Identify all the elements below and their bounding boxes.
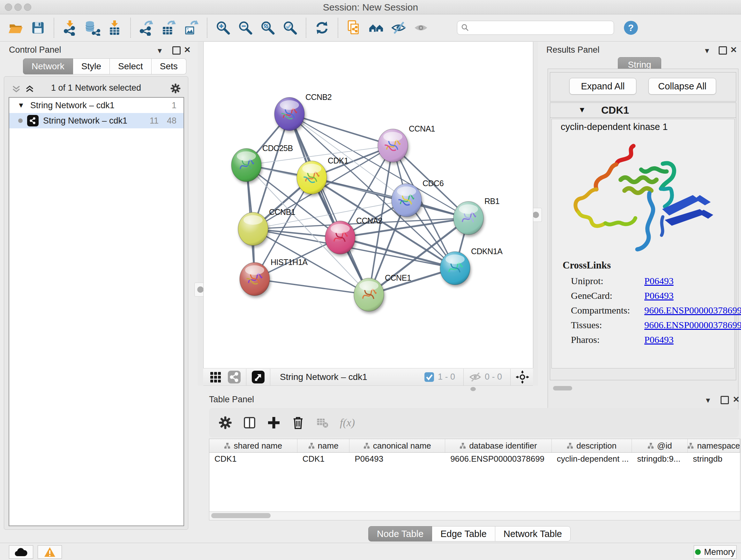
search-field[interactable] xyxy=(457,21,614,35)
open-session-button[interactable] xyxy=(6,17,25,38)
refresh-view-button[interactable] xyxy=(312,17,332,38)
table-cell[interactable]: stringdb:9... xyxy=(632,453,688,465)
delete-table-button[interactable] xyxy=(313,414,332,432)
network-node-CDC25B[interactable] xyxy=(231,148,261,182)
protein-entry-header[interactable]: ▼ CDK1 xyxy=(550,103,736,118)
table-panel-collapse-icon[interactable]: ▾ xyxy=(706,395,710,405)
hidden-eye-icon[interactable] xyxy=(469,372,482,382)
edge-CCNB2-CCNE1[interactable] xyxy=(289,114,369,295)
crosslink-link[interactable]: P06493 xyxy=(644,275,674,287)
table-panel-float-icon[interactable] xyxy=(721,396,729,404)
results-hscrollbar-thumb[interactable] xyxy=(553,386,572,390)
add-column-button[interactable] xyxy=(265,414,283,432)
crosslink-link[interactable]: P06493 xyxy=(644,290,674,301)
fit-content-button[interactable] xyxy=(258,17,278,38)
tab-network-table[interactable]: Network Table xyxy=(495,526,570,542)
table-cell[interactable]: 9606.ENSP00000378699 xyxy=(445,453,552,465)
search-input[interactable] xyxy=(469,23,610,33)
network-node-CDKN1A[interactable] xyxy=(440,252,470,285)
network-node-CCNA1[interactable] xyxy=(378,129,408,162)
eye-disabled-button[interactable] xyxy=(411,17,431,38)
selected-checkbox-icon[interactable] xyxy=(424,372,434,382)
table-cell[interactable]: CDK1 xyxy=(297,453,350,465)
network-node-CCNA2[interactable] xyxy=(325,221,355,254)
crosslink-link[interactable]: 9606.ENSP00000378699 xyxy=(644,320,741,330)
network-collection-row[interactable]: ▼ String Network – cdk1 1 xyxy=(9,98,184,113)
edge-CCNE1-HIST1H1A[interactable] xyxy=(255,279,369,295)
network-node-HIST1H1A[interactable] xyxy=(240,262,270,296)
network-node-CCNB1[interactable] xyxy=(238,212,268,246)
tab-node-table[interactable]: Node Table xyxy=(368,526,432,542)
crosslink-link[interactable]: 9606.ENSP00000378699 xyxy=(644,305,741,316)
zoom-out-button[interactable] xyxy=(235,17,255,38)
network-share-icon[interactable] xyxy=(227,370,241,384)
column-header-name[interactable]: name xyxy=(297,439,350,452)
export-table-button[interactable] xyxy=(159,17,179,38)
entry-collapse-icon[interactable]: ▼ xyxy=(578,105,586,114)
network-canvas[interactable]: CCNB2CCNA1CDC25BCDK1CDC6RB1CCNB1CCNA2CDK… xyxy=(203,42,533,368)
table-panel-close-icon[interactable]: ✕ xyxy=(733,395,740,405)
import-network-from-database-button[interactable] xyxy=(82,17,102,38)
table-hscrollbar[interactable] xyxy=(209,511,740,520)
memory-button[interactable]: Memory xyxy=(694,545,737,559)
network-node-CDC6[interactable] xyxy=(392,184,421,217)
table-row[interactable]: CDK1CDK1P064939606.ENSP00000378699cyclin… xyxy=(209,453,740,465)
import-table-from-file-button[interactable] xyxy=(105,17,125,38)
edge-CDK1-RB1[interactable] xyxy=(312,178,468,218)
show-columns-button[interactable] xyxy=(240,414,259,432)
birds-eye-view-icon[interactable] xyxy=(252,370,265,384)
gear-icon[interactable] xyxy=(170,83,181,94)
home-button[interactable] xyxy=(366,17,386,38)
network-node-CCNE1[interactable] xyxy=(354,278,384,311)
save-session-button[interactable] xyxy=(28,17,48,38)
column-header-description[interactable]: description xyxy=(552,439,632,452)
control-panel-float-icon[interactable] xyxy=(172,46,181,55)
column-header-namespace[interactable]: namespace xyxy=(688,439,740,452)
crosslink-link[interactable]: P06493 xyxy=(644,334,674,345)
show-hide-panels-button[interactable] xyxy=(389,17,408,38)
network-node-RB1[interactable] xyxy=(454,201,483,235)
function-builder-button[interactable]: f(x) xyxy=(340,417,355,429)
right-splitter[interactable] xyxy=(533,42,538,386)
table-hscrollbar-thumb[interactable] xyxy=(211,513,271,518)
annotations-button[interactable] xyxy=(344,17,364,38)
column-header--id[interactable]: @id xyxy=(632,439,688,452)
column-header-canonical-name[interactable]: canonical name xyxy=(349,439,445,452)
control-panel-collapse-icon[interactable]: ▾ xyxy=(158,46,162,56)
warning-status-button[interactable] xyxy=(38,545,62,559)
table-cell[interactable]: cyclin-dependent ... xyxy=(552,453,632,465)
reset-view-crosshair-icon[interactable] xyxy=(516,370,529,384)
tree-collapse-icon[interactable]: ▼ xyxy=(17,101,24,110)
network-node-CDK1[interactable] xyxy=(297,161,327,194)
tab-style[interactable]: Style xyxy=(73,58,110,74)
network-graph[interactable]: CCNB2CCNA1CDC25BCDK1CDC6RB1CCNB1CCNA2CDK… xyxy=(204,42,533,368)
column-header-database-identifier[interactable]: database identifier xyxy=(445,439,552,452)
import-network-from-file-button[interactable] xyxy=(60,17,80,38)
export-image-button[interactable] xyxy=(181,17,201,38)
table-cell[interactable]: P06493 xyxy=(349,453,445,465)
control-panel-close-icon[interactable]: ✕ xyxy=(184,45,191,55)
left-splitter[interactable] xyxy=(198,42,203,386)
node-table[interactable]: shared namenamecanonical namedatabase id… xyxy=(209,439,740,512)
zoom-selected-button[interactable] xyxy=(280,17,300,38)
results-panel-close-icon[interactable]: ✕ xyxy=(730,45,737,55)
network-node-CCNB2[interactable] xyxy=(274,98,305,131)
tab-edge-table[interactable]: Edge Table xyxy=(432,526,495,542)
tab-network[interactable]: Network xyxy=(23,58,73,74)
zoom-in-button[interactable] xyxy=(213,17,233,38)
results-panel-float-icon[interactable] xyxy=(719,46,727,55)
column-header-shared-name[interactable]: shared name xyxy=(209,439,297,452)
expand-all-button[interactable]: Expand All xyxy=(569,78,636,95)
table-settings-button[interactable] xyxy=(216,414,234,432)
edge-CCNB2-CCNA1[interactable] xyxy=(289,114,393,145)
tab-select[interactable]: Select xyxy=(110,58,151,74)
delete-column-button[interactable] xyxy=(289,414,307,432)
collapse-all-button[interactable]: Collapse All xyxy=(649,78,716,95)
tab-sets[interactable]: Sets xyxy=(151,58,186,74)
grid-view-icon[interactable] xyxy=(210,371,222,383)
cloud-status-button[interactable] xyxy=(9,545,33,559)
results-panel-collapse-icon[interactable]: ▾ xyxy=(705,46,709,56)
help-button[interactable]: ? xyxy=(621,17,641,38)
export-network-button[interactable] xyxy=(137,17,156,38)
network-row-selected[interactable]: String Network – cdk1 11 48 xyxy=(9,113,184,128)
